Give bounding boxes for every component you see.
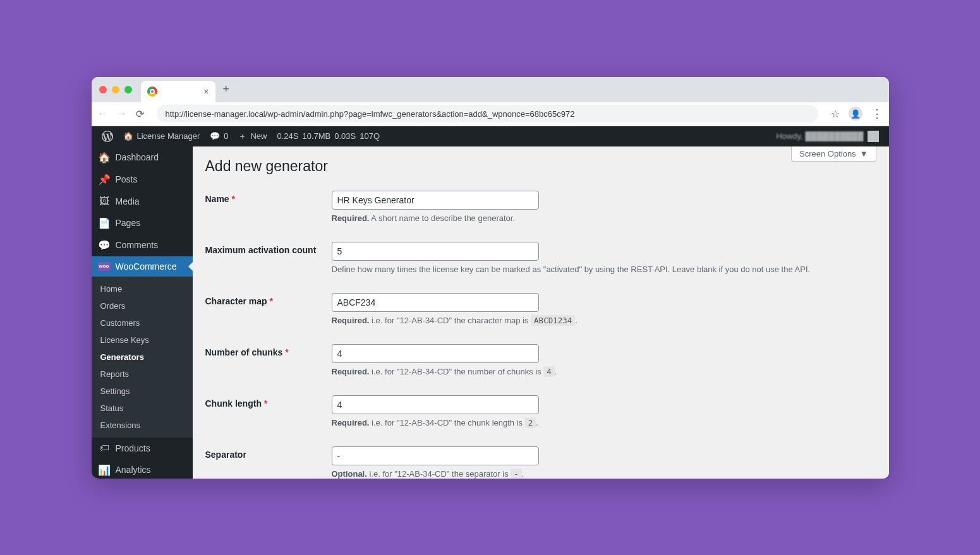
user-avatar-icon <box>868 131 879 142</box>
woocommerce-icon: woo <box>98 262 111 271</box>
new-label: New <box>250 131 267 141</box>
greeting-text: Howdy, ██████████ <box>776 131 863 141</box>
chevron-down-icon: ▼ <box>860 149 868 158</box>
menu-analytics[interactable]: 📊 Analytics <box>92 459 193 479</box>
submenu-status[interactable]: Status <box>92 400 193 417</box>
browser-window: × + ← → ⟳ http://license-manager.local/w… <box>92 77 889 479</box>
address-bar[interactable]: http://license-manager.local/wp-admin/ad… <box>157 105 818 122</box>
comment-icon: 💬 <box>98 239 111 251</box>
window-controls <box>99 86 132 93</box>
generator-form: Name * Required. A short name to describ… <box>205 181 876 479</box>
menu-products[interactable]: 🏷 Products <box>92 438 193 459</box>
forward-button[interactable]: → <box>117 108 127 119</box>
media-icon: 🖼 <box>98 196 111 207</box>
menu-posts[interactable]: 📌 Posts <box>92 169 193 191</box>
separator-label: Separator <box>205 437 332 479</box>
page-icon: 📄 <box>98 217 111 229</box>
wordpress-icon <box>102 131 113 142</box>
browser-toolbar: ← → ⟳ http://license-manager.local/wp-ad… <box>92 102 889 126</box>
submenu-generators[interactable]: Generators <box>92 349 193 366</box>
menu-label: Media <box>116 196 140 206</box>
wp-content: Screen Options ▼ Add new generator Name … <box>193 146 889 479</box>
max-activation-description: Define how many times the license key ca… <box>332 265 870 274</box>
submenu-reports[interactable]: Reports <box>92 366 193 383</box>
chunk-length-input[interactable] <box>332 395 539 414</box>
submenu-orders[interactable]: Orders <box>92 297 193 314</box>
menu-label: Comments <box>116 240 159 250</box>
browser-tab[interactable]: × <box>141 81 215 102</box>
separator-input[interactable] <box>332 446 539 465</box>
back-button[interactable]: ← <box>98 108 108 119</box>
site-link[interactable]: 🏠 License Manager <box>118 131 205 141</box>
analytics-icon: 📊 <box>98 464 111 476</box>
submenu-extensions[interactable]: Extensions <box>92 417 193 434</box>
wordpress-admin: 🏠 License Manager 💬 0 ＋ New 0.24S 10.7MB… <box>92 126 889 479</box>
timing-1: 0.24S <box>277 131 298 141</box>
menu-label: Pages <box>116 218 141 228</box>
wp-admin-bar: 🏠 License Manager 💬 0 ＋ New 0.24S 10.7MB… <box>92 126 889 146</box>
new-tab-button[interactable]: + <box>215 83 238 96</box>
site-name: License Manager <box>137 131 200 141</box>
bookmark-star-icon[interactable]: ☆ <box>831 108 840 120</box>
name-input[interactable] <box>332 191 539 210</box>
reload-button[interactable]: ⟳ <box>136 108 144 120</box>
comments-link[interactable]: 💬 0 <box>205 131 233 141</box>
separator-description: Optional. i.e. for "12-AB-34-CD" the sep… <box>332 469 870 479</box>
menu-woocommerce[interactable]: woo WooCommerce <box>92 256 193 277</box>
queries: 107Q <box>360 131 380 141</box>
home-icon: 🏠 <box>123 131 133 141</box>
minimize-window-button[interactable] <box>112 86 119 93</box>
wp-logo[interactable] <box>97 131 118 142</box>
chunks-description: Required. i.e. for "12-AB-34-CD" the num… <box>332 367 870 376</box>
products-icon: 🏷 <box>98 443 111 454</box>
woocommerce-submenu: Home Orders Customers License Keys Gener… <box>92 277 193 438</box>
screen-options-toggle[interactable]: Screen Options ▼ <box>791 146 876 162</box>
kebab-menu-icon[interactable]: ⋮ <box>871 107 883 121</box>
charmap-description: Required. i.e. for "12-AB-34-CD" the cha… <box>332 316 870 325</box>
dashboard-icon: 🏠 <box>98 152 111 164</box>
url-text: http://license-manager.local/wp-admin/ad… <box>166 109 575 119</box>
max-activation-label: Maximum activation count <box>205 232 332 283</box>
pin-icon: 📌 <box>98 174 111 186</box>
close-tab-icon[interactable]: × <box>203 87 209 97</box>
plus-icon: ＋ <box>238 131 246 142</box>
chunks-label: Number of chunks * <box>205 335 332 386</box>
comments-count: 0 <box>224 131 228 141</box>
menu-comments[interactable]: 💬 Comments <box>92 234 193 256</box>
timing-2: 0.03S <box>334 131 356 141</box>
profile-avatar-icon[interactable]: 👤 <box>849 107 862 121</box>
new-content[interactable]: ＋ New <box>233 131 272 142</box>
name-description: Required. A short name to describe the g… <box>332 213 870 223</box>
browser-tab-bar: × + <box>92 77 889 102</box>
charmap-label: Character map * <box>205 283 332 335</box>
name-label: Name * <box>205 181 332 232</box>
chunks-input[interactable] <box>332 344 539 363</box>
chrome-icon <box>147 87 157 97</box>
menu-pages[interactable]: 📄 Pages <box>92 212 193 234</box>
max-activation-input[interactable] <box>332 242 539 261</box>
menu-label: Dashboard <box>116 152 159 162</box>
menu-label: WooCommerce <box>116 261 177 272</box>
submenu-home[interactable]: Home <box>92 280 193 297</box>
comment-icon: 💬 <box>210 131 220 141</box>
menu-label: Analytics <box>116 465 151 475</box>
page-title: Add new generator <box>205 146 876 181</box>
submenu-license-keys[interactable]: License Keys <box>92 331 193 349</box>
charmap-input[interactable] <box>332 293 539 312</box>
maximize-window-button[interactable] <box>124 86 132 93</box>
chunk-length-description: Required. i.e. for "12-AB-34-CD" the chu… <box>332 418 870 427</box>
chunk-length-label: Chunk length * <box>205 386 332 437</box>
wp-sidebar: 🏠 Dashboard 📌 Posts 🖼 Media 📄 Pages 💬 <box>92 146 193 479</box>
menu-label: Products <box>116 443 150 453</box>
close-window-button[interactable] <box>99 86 107 93</box>
submenu-customers[interactable]: Customers <box>92 314 193 331</box>
user-greeting[interactable]: Howdy, ██████████ <box>771 131 883 142</box>
screen-options-label: Screen Options <box>799 149 856 158</box>
menu-dashboard[interactable]: 🏠 Dashboard <box>92 146 193 169</box>
menu-media[interactable]: 🖼 Media <box>92 191 193 212</box>
query-monitor[interactable]: 0.24S 10.7MB 0.03S 107Q <box>272 131 385 141</box>
menu-label: Posts <box>116 174 138 184</box>
memory: 10.7MB <box>302 131 330 141</box>
submenu-settings[interactable]: Settings <box>92 383 193 400</box>
